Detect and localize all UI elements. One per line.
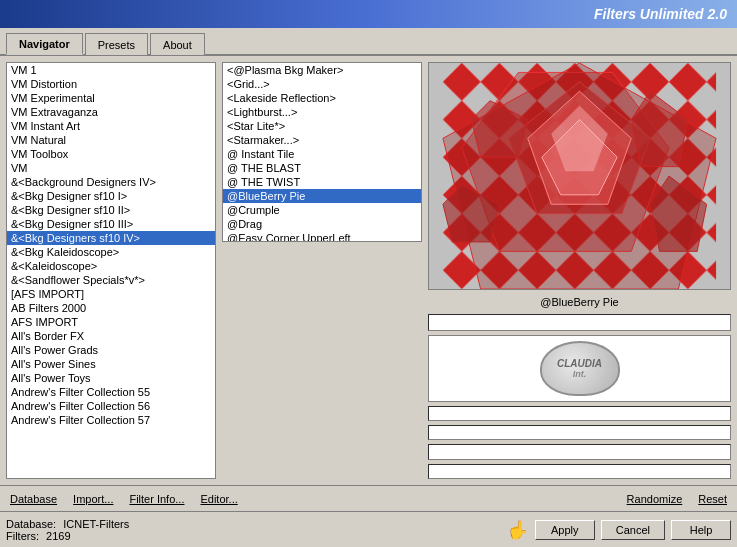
right-list-item[interactable]: @Drag xyxy=(223,217,421,231)
apply-button[interactable]: Apply xyxy=(535,520,595,540)
left-list-item[interactable]: VM Instant Art xyxy=(7,119,215,133)
left-list-item[interactable]: VM Extravaganza xyxy=(7,105,215,119)
left-list-item[interactable]: All's Power Grads xyxy=(7,343,215,357)
status-info: Database: ICNET-Filters Filters: 2169 xyxy=(6,518,129,542)
left-list-item[interactable]: &<Background Designers IV> xyxy=(7,175,215,189)
title-bar: Filters Unlimited 2.0 xyxy=(0,0,737,28)
right-list-item[interactable]: <Lightburst...> xyxy=(223,105,421,119)
tab-presets[interactable]: Presets xyxy=(85,33,148,55)
status-bar: Database: ICNET-Filters Filters: 2169 👆 … xyxy=(0,511,737,547)
left-panel: VM 1VM DistortionVM ExperimentalVM Extra… xyxy=(6,62,216,479)
empty-field-2 xyxy=(428,425,731,440)
left-list-item[interactable]: AB Filters 2000 xyxy=(7,301,215,315)
filter-category-list[interactable]: VM 1VM DistortionVM ExperimentalVM Extra… xyxy=(7,63,215,478)
right-panel: <@Plasma Bkg Maker><Grid...><Lakeside Re… xyxy=(222,62,731,479)
right-list-item[interactable]: @ THE BLAST xyxy=(223,161,421,175)
claudia-logo: CLAUDIA Int. xyxy=(540,341,620,396)
left-list-item[interactable]: VM xyxy=(7,161,215,175)
editor-button[interactable]: Editor... xyxy=(196,491,241,507)
preview-svg xyxy=(429,63,730,289)
right-list-item[interactable]: @Crumple xyxy=(223,203,421,217)
right-list-item[interactable]: @ THE TWIST xyxy=(223,175,421,189)
database-button[interactable]: Database xyxy=(6,491,61,507)
title-text: Filters Unlimited 2.0 xyxy=(594,6,727,22)
reset-button[interactable]: Reset xyxy=(694,491,731,507)
left-list-item[interactable]: All's Power Toys xyxy=(7,371,215,385)
right-list-item[interactable]: <Grid...> xyxy=(223,77,421,91)
main-container: Navigator Presets About VM 1VM Distortio… xyxy=(0,28,737,547)
filter-sublist-container: <@Plasma Bkg Maker><Grid...><Lakeside Re… xyxy=(222,62,422,479)
right-list-item[interactable]: @BlueBerry Pie xyxy=(223,189,421,203)
content-area: VM 1VM DistortionVM ExperimentalVM Extra… xyxy=(0,56,737,485)
filter-info-button[interactable]: Filter Info... xyxy=(125,491,188,507)
right-list-item[interactable]: <Star Lite*> xyxy=(223,119,421,133)
import-button[interactable]: Import... xyxy=(69,491,117,507)
help-button[interactable]: Help xyxy=(671,520,731,540)
left-list-item[interactable]: All's Power Sines xyxy=(7,357,215,371)
left-list-item[interactable]: &<Bkg Designer sf10 II> xyxy=(7,203,215,217)
logo-area: CLAUDIA Int. xyxy=(428,335,731,402)
preview-container: @BlueBerry Pie CLAUDIA Int. xyxy=(428,62,731,479)
filter-name-label: @BlueBerry Pie xyxy=(428,294,731,310)
randomize-button[interactable]: Randomize xyxy=(623,491,687,507)
left-list-item[interactable]: &<Sandflower Specials*v*> xyxy=(7,273,215,287)
tab-navigator[interactable]: Navigator xyxy=(6,33,83,55)
left-list-item[interactable]: AFS IMPORT xyxy=(7,315,215,329)
left-list-item[interactable]: Andrew's Filter Collection 55 xyxy=(7,385,215,399)
left-list-item[interactable]: Andrew's Filter Collection 56 xyxy=(7,399,215,413)
cancel-button[interactable]: Cancel xyxy=(601,520,665,540)
left-list-item[interactable]: VM 1 xyxy=(7,63,215,77)
right-list-item[interactable]: <@Plasma Bkg Maker> xyxy=(223,63,421,77)
left-list-item[interactable]: &<Bkg Designers sf10 IV> xyxy=(7,231,215,245)
empty-field-4 xyxy=(428,464,731,479)
right-list-item[interactable]: @ Instant Tile xyxy=(223,147,421,161)
filters-status: Filters: 2169 xyxy=(6,530,129,542)
left-list-item[interactable]: &<Kaleidoscope> xyxy=(7,259,215,273)
empty-field-3 xyxy=(428,444,731,459)
filter-preview xyxy=(428,62,731,290)
filter-name-input[interactable] xyxy=(428,314,731,331)
database-status: Database: ICNET-Filters xyxy=(6,518,129,530)
left-list-item[interactable]: VM Experimental xyxy=(7,91,215,105)
action-buttons: 👆 Apply Cancel Help xyxy=(507,519,731,541)
two-col-layout: <@Plasma Bkg Maker><Grid...><Lakeside Re… xyxy=(222,62,731,479)
empty-field-1 xyxy=(428,406,731,421)
bottom-toolbar: Database Import... Filter Info... Editor… xyxy=(0,485,737,511)
left-list-item[interactable]: &<Bkg Kaleidoscope> xyxy=(7,245,215,259)
tab-bar: Navigator Presets About xyxy=(0,28,737,56)
right-list-item[interactable]: <Starmaker...> xyxy=(223,133,421,147)
left-list-item[interactable]: VM Distortion xyxy=(7,77,215,91)
left-list-item[interactable]: Andrew's Filter Collection 57 xyxy=(7,413,215,427)
left-list-item[interactable]: VM Toolbox xyxy=(7,147,215,161)
apply-pointer-icon: 👆 xyxy=(507,519,529,541)
left-list-item[interactable]: [AFS IMPORT] xyxy=(7,287,215,301)
left-list-item[interactable]: VM Natural xyxy=(7,133,215,147)
right-list-item[interactable]: @Easy Corner UpperLeft xyxy=(223,231,421,242)
filter-sublist[interactable]: <@Plasma Bkg Maker><Grid...><Lakeside Re… xyxy=(222,62,422,242)
left-list-item[interactable]: &<Bkg Designer sf10 I> xyxy=(7,189,215,203)
right-list-item[interactable]: <Lakeside Reflection> xyxy=(223,91,421,105)
left-list-item[interactable]: All's Border FX xyxy=(7,329,215,343)
left-list-item[interactable]: &<Bkg Designer sf10 III> xyxy=(7,217,215,231)
tab-about[interactable]: About xyxy=(150,33,205,55)
